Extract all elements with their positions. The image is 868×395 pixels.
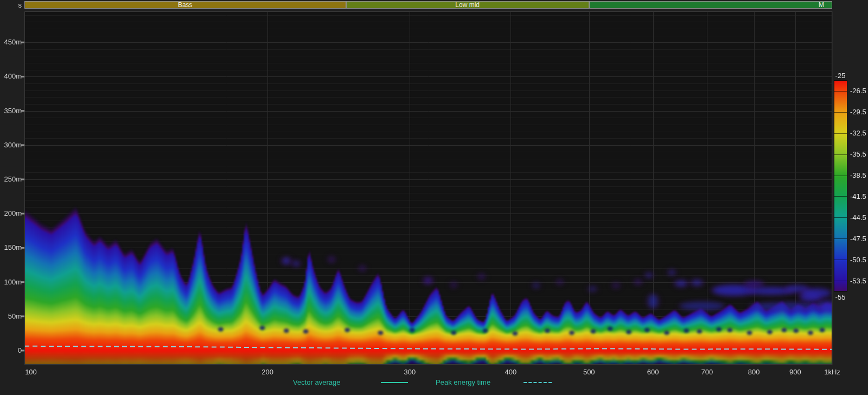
color-scale-tick-label: -47.5 bbox=[850, 235, 866, 243]
color-scale-separator bbox=[834, 260, 847, 260]
y-tick-label: 400m bbox=[0, 72, 22, 81]
x-tick-label: 400 bbox=[499, 368, 522, 377]
color-scale-separator bbox=[834, 133, 847, 134]
x-tick-label: 600 bbox=[641, 368, 665, 377]
color-scale-bar bbox=[834, 80, 847, 292]
color-scale-tick-label: -44.5 bbox=[850, 213, 866, 222]
vector-average-label: Vector average bbox=[293, 379, 340, 386]
x-tick-label: 500 bbox=[577, 368, 601, 377]
color-scale-tick-label: -41.5 bbox=[850, 192, 866, 201]
color-scale-tick-label: -50.5 bbox=[850, 256, 866, 264]
y-tick-label: 50m bbox=[0, 312, 22, 321]
band-label: Low mid bbox=[347, 2, 589, 8]
spectrogram-window: s 450m400m350m300m250m200m150m100m50m0 1… bbox=[0, 0, 868, 395]
y-tick-label: 450m bbox=[0, 38, 22, 47]
color-scale-tick-label: -55 bbox=[827, 293, 854, 302]
color-scale-tick-label: -53.5 bbox=[850, 277, 866, 286]
x-tick-label: 700 bbox=[695, 368, 719, 377]
color-scale-separator bbox=[834, 176, 847, 176]
y-tick-label: 300m bbox=[0, 141, 22, 150]
color-scale-separator bbox=[834, 91, 847, 92]
x-tick-label: 800 bbox=[742, 368, 766, 377]
x-tick-label: 900 bbox=[783, 368, 807, 377]
color-scale-separator bbox=[834, 196, 847, 197]
color-scale-separator bbox=[834, 238, 847, 239]
band-label: Bass bbox=[25, 2, 346, 8]
x-tick-label: 100 bbox=[19, 368, 43, 377]
x-tick-label: 300 bbox=[398, 368, 422, 377]
spectrogram-canvas[interactable] bbox=[0, 0, 868, 395]
peak-energy-time-label: Peak energy time bbox=[436, 379, 490, 386]
color-scale-tick-label: -38.5 bbox=[850, 171, 866, 180]
x-tick-label: 200 bbox=[256, 368, 279, 377]
frequency-band-strip: BassLow midM bbox=[24, 1, 832, 9]
x-tick-label: 1kHz bbox=[820, 368, 844, 377]
y-tick-label: 150m bbox=[0, 243, 22, 252]
color-scale-separator bbox=[834, 281, 847, 281]
y-tick-label: 100m bbox=[0, 278, 22, 287]
y-tick-label: 250m bbox=[0, 175, 22, 184]
solid-line-swatch bbox=[381, 382, 408, 383]
band-low-mid: Low mid bbox=[346, 1, 589, 9]
band-m: M bbox=[589, 1, 832, 9]
color-scale-tick-label: -32.5 bbox=[850, 129, 866, 138]
color-scale-tick-label: -26.5 bbox=[850, 87, 866, 95]
color-scale-tick-label: -35.5 bbox=[850, 150, 866, 159]
color-scale-tick-label: -25 bbox=[827, 72, 854, 80]
dashed-line-swatch bbox=[524, 382, 552, 383]
color-scale-separator bbox=[834, 112, 847, 113]
band-bass: Bass bbox=[24, 1, 346, 9]
color-scale-tick-label: -29.5 bbox=[850, 108, 866, 116]
y-tick-label: 200m bbox=[0, 209, 22, 218]
y-axis-unit-label: s bbox=[0, 1, 22, 10]
y-tick-label: 0 bbox=[0, 346, 22, 355]
color-scale-separator bbox=[834, 154, 847, 155]
band-label: M bbox=[590, 2, 832, 8]
y-tick-label: 350m bbox=[0, 107, 22, 115]
color-scale-separator bbox=[834, 217, 847, 218]
